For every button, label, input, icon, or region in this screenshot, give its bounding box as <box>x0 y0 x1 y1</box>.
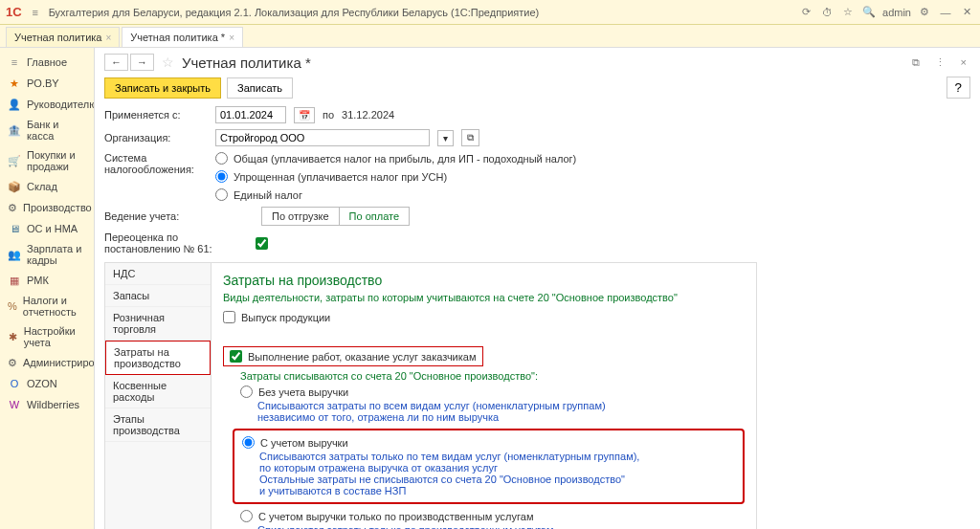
sidebar-item-9[interactable]: ▦РМК <box>0 270 94 291</box>
opt1-desc: Списываются затраты по всем видам услуг … <box>257 400 745 423</box>
sidebar-icon: ⚙ <box>8 356 17 369</box>
sidebar-label: PO.BY <box>27 77 59 89</box>
close-icon[interactable]: ✕ <box>959 5 974 20</box>
section-subtitle: Виды деятельности, затраты по которым уч… <box>223 292 745 303</box>
close-panel-icon[interactable]: × <box>957 55 970 70</box>
history-icon[interactable]: ⏱ <box>819 5 835 20</box>
user-label[interactable]: admin <box>882 7 911 18</box>
opt1-label: Без учета выручки <box>258 386 348 398</box>
back-button[interactable]: ← <box>104 54 128 71</box>
sidebar-label: Настройки учета <box>24 325 86 348</box>
opt-with-revenue-radio[interactable] <box>242 436 255 449</box>
accounting-segment[interactable]: По отгрузке По оплате <box>261 207 410 226</box>
sidebar-label: Зарплата и кадры <box>27 243 86 266</box>
sidebar-label: Склад <box>27 181 57 192</box>
sidebar-label: Покупки и продажи <box>27 149 86 172</box>
services-label: Выполнение работ, оказание услуг заказчи… <box>248 351 477 363</box>
favorite-icon[interactable]: ☆ <box>840 5 856 20</box>
sidebar-icon: 👤 <box>8 98 21 111</box>
sidebar-label: OZON <box>27 378 57 389</box>
seg-shipment[interactable]: По отгрузке <box>262 208 340 225</box>
settings-icon[interactable]: ⚙ <box>917 5 932 20</box>
left-tab-4[interactable]: Косвенные расходы <box>105 375 211 408</box>
search-icon[interactable]: 🔍 <box>861 5 877 20</box>
revaluation-checkbox[interactable] <box>256 237 268 250</box>
sidebar-label: Производство <box>23 202 92 213</box>
sidebar-item-7[interactable]: 🖥ОС и НМА <box>0 218 94 239</box>
sidebar-icon: ⚙ <box>8 201 17 214</box>
sidebar-icon: 🏦 <box>8 123 21 137</box>
left-tab-5[interactable]: Этапы производства <box>105 408 211 442</box>
sidebar-icon: ✱ <box>8 330 18 343</box>
seg-payment[interactable]: По оплате <box>340 208 409 225</box>
notify-icon[interactable]: ⟳ <box>798 5 813 20</box>
sidebar-item-1[interactable]: ★PO.BY <box>0 73 94 94</box>
opt3-desc: Списываются затраты только по производст… <box>257 524 745 529</box>
sidebar-item-6[interactable]: ⚙Производство <box>0 197 94 218</box>
sidebar-item-11[interactable]: ✱Настройки учета <box>0 321 94 352</box>
sidebar-item-8[interactable]: 👥Зарплата и кадры <box>0 239 94 270</box>
sidebar-label: Главное <box>27 56 67 68</box>
sidebar-icon: 🛒 <box>8 154 21 167</box>
save-button[interactable]: Записать <box>227 77 293 99</box>
output-label: Выпуск продукции <box>241 312 330 323</box>
sidebar-item-5[interactable]: 📦Склад <box>0 176 94 197</box>
menu-icon[interactable]: ≡ <box>28 5 43 20</box>
dropdown-icon[interactable]: ▾ <box>437 130 454 146</box>
save-close-button[interactable]: Записать и закрыть <box>104 77 221 99</box>
left-tab-1[interactable]: Запасы <box>105 285 211 307</box>
minimize-icon[interactable]: — <box>938 5 953 20</box>
tab-close-icon[interactable]: × <box>229 33 234 43</box>
help-button[interactable]: ? <box>947 77 970 99</box>
sidebar-label: Wildberries <box>27 399 79 410</box>
left-tab-0[interactable]: НДС <box>105 263 211 285</box>
revaluation-label: Переоценка по постановлению № 61: <box>104 231 248 254</box>
tab-policy[interactable]: Учетная политика × <box>6 27 120 47</box>
to-label: по <box>323 109 334 121</box>
open-icon[interactable]: ⧉ <box>461 129 479 146</box>
tax-simplified-radio[interactable] <box>215 170 228 183</box>
left-tab-2[interactable]: Розничная торговля <box>105 307 211 341</box>
tax-single-radio[interactable] <box>215 188 228 201</box>
tab-policy-modified[interactable]: Учетная политика * × <box>122 27 243 47</box>
sidebar-icon: W <box>8 398 21 411</box>
output-checkbox[interactable] <box>223 311 235 323</box>
sidebar-label: Банк и касса <box>27 119 86 142</box>
forward-button[interactable]: → <box>130 54 154 71</box>
opt-no-revenue-radio[interactable] <box>240 386 253 398</box>
section-title: Затраты на производство <box>223 273 745 288</box>
tax-general-radio[interactable] <box>215 152 228 165</box>
sidebar-icon: O <box>8 377 21 390</box>
sidebar-icon: 📦 <box>8 180 21 193</box>
org-input[interactable] <box>215 129 430 146</box>
sidebar-label: Администрирование <box>23 357 94 368</box>
sidebar-label: ОС и НМА <box>27 223 78 234</box>
sidebar-label: Руководителю <box>27 99 94 110</box>
tab-close-icon[interactable]: × <box>105 33 111 43</box>
opt2-label: С учетом выручки <box>260 437 348 449</box>
sidebar-item-14[interactable]: WWildberries <box>0 394 94 415</box>
sidebar-item-13[interactable]: OOZON <box>0 373 94 394</box>
sidebar-icon: 🖥 <box>8 222 21 235</box>
services-checkbox[interactable] <box>230 350 242 363</box>
sidebar-item-2[interactable]: 👤Руководителю <box>0 94 94 115</box>
sidebar-item-3[interactable]: 🏦Банк и касса <box>0 115 94 145</box>
sidebar-item-12[interactable]: ⚙Администрирование <box>0 352 94 373</box>
link-icon[interactable]: ⧉ <box>908 55 924 71</box>
sidebar-icon: % <box>8 299 17 313</box>
sidebar-item-10[interactable]: %Налоги и отчетность <box>0 291 94 321</box>
accounting-label: Ведение учета: <box>104 210 208 222</box>
date-from-input[interactable] <box>215 106 286 123</box>
tax-simplified-label: Упрощенная (уплачивается налог при УСН) <box>234 171 447 183</box>
sidebar-icon: 👥 <box>8 248 21 261</box>
opt2-desc: Списываются затраты только по тем видам … <box>259 451 735 496</box>
opt-prod-services-radio[interactable] <box>240 510 253 522</box>
left-tab-3[interactable]: Затраты на производство <box>105 341 211 375</box>
sidebar-item-0[interactable]: ≡Главное <box>0 52 94 73</box>
more-icon[interactable]: ⋮ <box>931 55 949 71</box>
page-title: Учетная политика * <box>182 55 311 71</box>
sidebar-item-4[interactable]: 🛒Покупки и продажи <box>0 145 94 176</box>
app-logo: 1C <box>6 5 22 19</box>
calendar-icon[interactable]: 📅 <box>294 107 315 123</box>
star-icon[interactable]: ☆ <box>162 55 174 70</box>
